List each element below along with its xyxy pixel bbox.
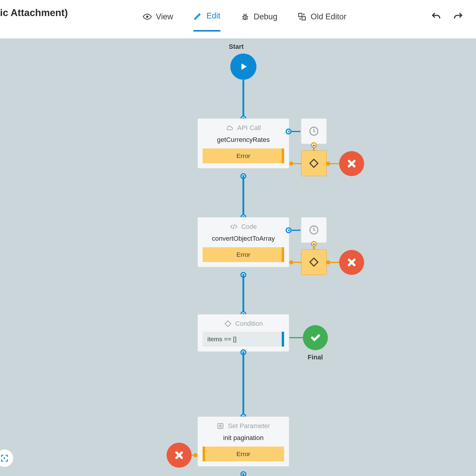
node-name: getCurrencyRates [203, 136, 284, 144]
clock-icon [309, 126, 319, 137]
close-icon [346, 158, 357, 169]
error-port-bar [282, 148, 284, 163]
error-label: Error [237, 450, 250, 458]
tab-view[interactable]: View [143, 11, 173, 32]
tab-old-editor-label: Old Editor [311, 12, 346, 21]
node-type-label: Code [241, 223, 257, 231]
branch-node[interactable] [301, 151, 327, 176]
error-end-node[interactable] [167, 443, 192, 468]
code-icon [230, 223, 238, 231]
node-error-output[interactable]: Error [203, 247, 284, 262]
node-type-head: Set Parameter [203, 422, 284, 430]
diamond-icon [309, 257, 319, 267]
node-type-label: Condition [235, 320, 263, 328]
redo-button[interactable] [453, 11, 464, 23]
error-port-bar [203, 447, 205, 461]
connector [242, 474, 244, 476]
list-icon [217, 422, 224, 430]
condition-text: items == [] [207, 336, 237, 343]
node-type-head: Code [203, 223, 284, 231]
condition-expression[interactable]: items == [] [203, 332, 284, 347]
port-side[interactable] [286, 227, 292, 233]
tab-debug-label: Debug [254, 12, 278, 21]
swap-icon [298, 12, 306, 21]
close-icon [346, 257, 357, 268]
true-port-bar [282, 332, 284, 347]
start-node[interactable] [230, 54, 256, 80]
connector [242, 275, 244, 312]
node-name: convertObjectToArray [203, 235, 284, 242]
connector [289, 337, 304, 338]
tab-edit-label: Edit [206, 11, 220, 21]
node-error-output[interactable]: Error [203, 148, 284, 163]
connector [292, 230, 300, 231]
error-label: Error [237, 152, 250, 159]
connector [242, 176, 244, 215]
node-condition[interactable]: Condition items == [] [198, 314, 289, 352]
connector [313, 246, 315, 249]
node-code[interactable]: Code convertObjectToArray Error [198, 217, 289, 267]
play-icon [238, 61, 249, 72]
connector [242, 352, 244, 415]
close-icon [174, 450, 184, 461]
undo-button[interactable] [431, 11, 441, 23]
node-type-head: API Call [203, 124, 284, 132]
delay-node[interactable] [301, 118, 327, 144]
connector [242, 80, 244, 118]
node-set-parameter[interactable]: Set Parameter init pagination Error [198, 416, 289, 466]
node-type-head: Condition [203, 320, 284, 328]
page-title: ic Attachment) [0, 7, 68, 18]
history-buttons [431, 11, 464, 23]
connector [327, 262, 341, 263]
cloud-icon [226, 124, 234, 132]
tab-debug[interactable]: Debug [241, 11, 278, 32]
svg-point-0 [146, 15, 148, 18]
node-name: init pagination [203, 434, 284, 442]
error-port-bar [282, 247, 284, 262]
tab-old-editor[interactable]: Old Editor [298, 11, 346, 32]
clock-icon [309, 225, 319, 235]
node-error-output[interactable]: Error [203, 447, 284, 461]
node-type-label: API Call [237, 124, 261, 132]
start-label: Start [229, 43, 244, 51]
bug-icon [241, 12, 250, 21]
tab-edit[interactable]: Edit [193, 11, 220, 32]
diamond-icon [309, 158, 319, 169]
connector [292, 131, 300, 132]
fit-icon [0, 454, 9, 463]
svg-rect-3 [302, 17, 305, 20]
error-end-node[interactable] [339, 250, 364, 275]
connector [313, 147, 315, 151]
top-toolbar: ic Attachment) View Edit Debug Old Edito… [0, 0, 476, 39]
svg-point-7 [4, 458, 5, 459]
connector [327, 163, 341, 164]
editor-tabs: View Edit Debug Old Editor [143, 11, 346, 32]
delay-node[interactable] [301, 217, 327, 243]
port-side[interactable] [286, 129, 292, 134]
eye-icon [143, 12, 152, 21]
final-label: Final [308, 353, 323, 361]
error-label: Error [237, 251, 250, 258]
flow-canvas[interactable]: Start API Call getCurrencyRates Error [0, 39, 476, 476]
final-node[interactable] [303, 325, 328, 350]
error-end-node[interactable] [339, 151, 364, 176]
connector [289, 262, 302, 263]
diamond-icon [224, 320, 232, 328]
node-type-label: Set Parameter [228, 422, 270, 430]
connector [289, 163, 302, 164]
check-icon [310, 332, 321, 343]
tab-view-label: View [156, 12, 173, 21]
svg-rect-2 [299, 13, 302, 17]
node-api-call[interactable]: API Call getCurrencyRates Error [198, 118, 289, 168]
pencil-icon [193, 12, 202, 21]
branch-node[interactable] [301, 249, 327, 275]
